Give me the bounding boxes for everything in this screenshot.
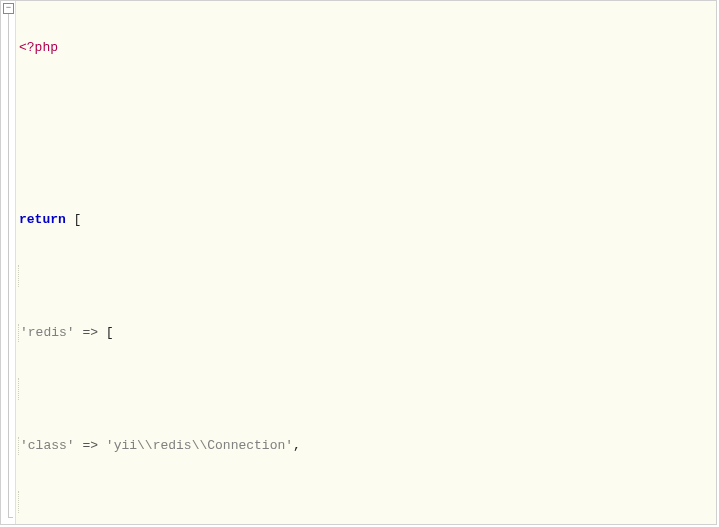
text: [ <box>66 212 82 227</box>
keyword-return: return <box>19 212 66 227</box>
array-key-class: 'class' <box>20 438 75 453</box>
code-editor: − <?php return [ 'redis' => [ 'class' =>… <box>0 0 717 525</box>
fold-guide-line <box>8 14 9 518</box>
arrow-op: => <box>82 325 98 340</box>
code-area[interactable]: <?php return [ 'redis' => [ 'class' => '… <box>15 1 716 524</box>
array-key-redis: 'redis' <box>20 325 75 340</box>
string-value: 'yii\\redis\\Connection' <box>106 438 293 453</box>
fold-toggle-icon[interactable]: − <box>3 3 14 14</box>
fold-guide-end <box>8 517 13 518</box>
gutter: − <box>1 1 16 524</box>
php-open-tag: <?php <box>19 40 58 55</box>
